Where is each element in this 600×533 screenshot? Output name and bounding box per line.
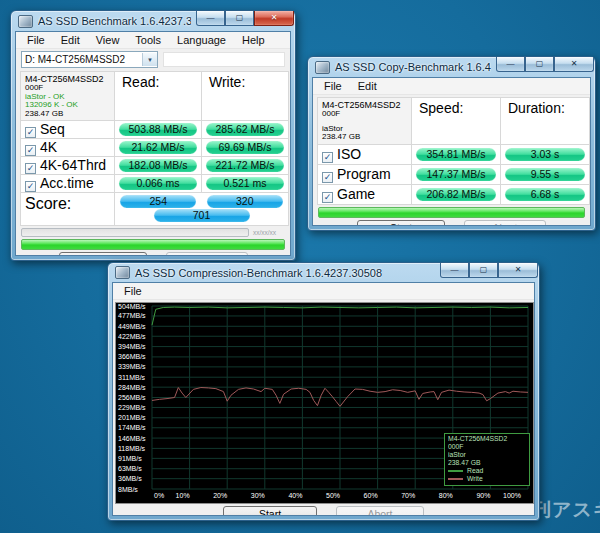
- y-axis-tick-label: 422MB/s: [118, 333, 151, 340]
- close-button-icon[interactable]: ✕: [554, 57, 594, 72]
- y-axis-tick-label: 91MB/s: [118, 455, 151, 462]
- y-axis-tick-label: 504MB/s: [118, 303, 151, 310]
- drive-select-dropdown[interactable]: D: M4-CT256M4SSD2 ▼: [21, 51, 158, 68]
- legend-firmware: 000F: [448, 443, 526, 451]
- caption-buttons: — ▢ ✕: [440, 263, 538, 278]
- y-axis-tick-label: 201MB/s: [118, 414, 151, 421]
- legend-device-name: M4-CT256M4SSD2: [448, 435, 526, 443]
- row-label: Game: [337, 186, 375, 202]
- y-axis-tick-label: 256MB/s: [118, 394, 151, 401]
- legend-write-label: Write: [467, 475, 483, 483]
- write-score: 320: [207, 195, 283, 208]
- minimize-button-icon[interactable]: —: [496, 57, 525, 72]
- benchmark-menubar: File Edit View Tools Language Help: [16, 32, 290, 49]
- copy-menubar: File Edit: [313, 78, 590, 95]
- table-row: ✓4K 21.62 MB/s 69.69 MB/s: [21, 139, 289, 157]
- overall-progress-bar: [318, 207, 585, 218]
- maximize-button-icon[interactable]: ▢: [225, 11, 254, 26]
- menu-file[interactable]: File: [116, 285, 150, 297]
- benchmark-client-area: File Edit View Tools Language Help D: M4…: [15, 31, 291, 256]
- x-axis-tick-label: 10%: [176, 492, 204, 499]
- game-speed-value: 206.82 MB/s: [416, 188, 495, 201]
- table-row: ✓Seq 503.88 MB/s 285.62 MB/s: [21, 121, 289, 139]
- benchmark-window: AS SSD Benchmark 1.6.4237.30508 — ▢ ✕ Fi…: [10, 10, 296, 261]
- compression-buttons: Start Abort: [113, 506, 534, 516]
- drive-select-value: D: M4-CT256M4SSD2: [25, 54, 125, 65]
- iso-speed-value: 354.81 MB/s: [416, 148, 495, 161]
- menu-tools[interactable]: Tools: [127, 34, 169, 46]
- duration-column-header: Duration:: [501, 98, 590, 145]
- test-progress-row: xx/xx/xx: [21, 228, 285, 237]
- x-axis-tick-label: 30%: [251, 492, 279, 499]
- chevron-down-icon[interactable]: ▼: [142, 53, 157, 66]
- game-checkbox[interactable]: ✓: [322, 192, 333, 203]
- iso-checkbox[interactable]: ✓: [322, 152, 333, 163]
- y-axis-tick-label: 229MB/s: [118, 404, 151, 411]
- drive-toolbar: D: M4-CT256M4SSD2 ▼: [16, 49, 290, 69]
- y-axis-tick-label: 63MB/s: [118, 465, 151, 472]
- seq-read-value: 503.88 MB/s: [119, 123, 196, 136]
- acctime-write-value: 0.521 ms: [206, 177, 283, 190]
- row-label: Seq: [40, 121, 65, 137]
- menu-file[interactable]: File: [19, 34, 53, 46]
- table-row: ✓Program 147.37 MB/s 9.55 s: [318, 164, 590, 184]
- 4k64thrd-checkbox[interactable]: ✓: [25, 163, 36, 174]
- copy-titlebar[interactable]: AS SSD Copy-Benchmark 1.6.4237.30508 — ▢…: [308, 57, 595, 77]
- test-progress-note: xx/xx/xx: [253, 229, 276, 236]
- read-line-swatch: [448, 470, 463, 472]
- abort-button: Abort: [166, 252, 248, 256]
- caption-buttons: — ▢ ✕: [196, 11, 294, 26]
- maximize-button-icon[interactable]: ▢: [525, 57, 554, 72]
- app-icon: [115, 266, 130, 279]
- start-button[interactable]: Start: [357, 220, 445, 227]
- game-duration-value: 6.68 s: [505, 188, 584, 201]
- 4k-checkbox[interactable]: ✓: [25, 145, 36, 156]
- copy-client-area: File Edit M4-CT256M4SSD2 000F iaStor 238…: [312, 77, 591, 226]
- legend-driver: iaStor: [448, 451, 526, 459]
- y-axis-tick-label: 36MB/s: [118, 475, 151, 482]
- minimize-button-icon[interactable]: —: [196, 11, 225, 26]
- compression-benchmark-window: AS SSD Compression-Benchmark 1.6.4237.30…: [107, 262, 540, 521]
- acctime-checkbox[interactable]: ✓: [25, 181, 36, 192]
- score-values: 254 320 701: [115, 193, 288, 225]
- compression-titlebar[interactable]: AS SSD Compression-Benchmark 1.6.4237.30…: [108, 263, 539, 282]
- score-row: Score: 254 320 701: [21, 193, 289, 226]
- device-info-panel: M4-CT256M4SSD2 000F iaStor 238.47 GB: [318, 98, 412, 145]
- window-title: AS SSD Benchmark 1.6.4237.30508: [38, 15, 191, 27]
- menu-language[interactable]: Language: [169, 34, 234, 46]
- x-axis-tick-label: 50%: [326, 492, 354, 499]
- total-score: 701: [154, 209, 250, 222]
- 4k64thrd-read-value: 182.08 MB/s: [119, 159, 196, 172]
- x-axis-tick-label: 100%: [503, 492, 531, 499]
- y-axis-tick-label: 146MB/s: [118, 435, 151, 442]
- menu-view[interactable]: View: [88, 34, 128, 46]
- program-checkbox[interactable]: ✓: [322, 172, 333, 183]
- program-duration-value: 9.55 s: [505, 168, 584, 181]
- chart-legend: M4-CT256M4SSD2 000F iaStor 238.47 GB Rea…: [444, 433, 530, 486]
- y-axis-tick-label: 118MB/s: [118, 445, 151, 452]
- benchmark-titlebar[interactable]: AS SSD Benchmark 1.6.4237.30508 — ▢ ✕: [11, 11, 295, 31]
- device-capacity: 238.47 GB: [25, 110, 110, 119]
- menu-edit[interactable]: Edit: [350, 80, 385, 92]
- menu-edit[interactable]: Edit: [53, 34, 88, 46]
- close-button-icon[interactable]: ✕: [254, 11, 294, 26]
- compression-chart: M4-CT256M4SSD2 000F iaStor 238.47 GB Rea…: [115, 302, 534, 504]
- close-button-icon[interactable]: ✕: [498, 263, 538, 278]
- minimize-button-icon[interactable]: —: [440, 263, 469, 278]
- legend-read-label: Read: [467, 467, 483, 475]
- score-label: Score:: [21, 193, 115, 226]
- seq-checkbox[interactable]: ✓: [25, 127, 36, 138]
- program-speed-value: 147.37 MB/s: [416, 168, 495, 181]
- abort-button: Abort: [336, 506, 424, 516]
- 4k-write-value: 69.69 MB/s: [206, 141, 283, 154]
- menu-file[interactable]: File: [316, 80, 350, 92]
- menu-help[interactable]: Help: [234, 34, 273, 46]
- y-axis-tick-label: 311MB/s: [118, 374, 151, 381]
- caption-buttons: — ▢ ✕: [496, 57, 594, 72]
- speed-column-header: Speed:: [412, 98, 501, 145]
- empty-field: [163, 52, 285, 67]
- start-button[interactable]: Start: [223, 506, 317, 516]
- start-button[interactable]: Start: [59, 252, 147, 256]
- maximize-button-icon[interactable]: ▢: [469, 263, 498, 278]
- copy-benchmark-window: AS SSD Copy-Benchmark 1.6.4237.30508 — ▢…: [307, 56, 596, 231]
